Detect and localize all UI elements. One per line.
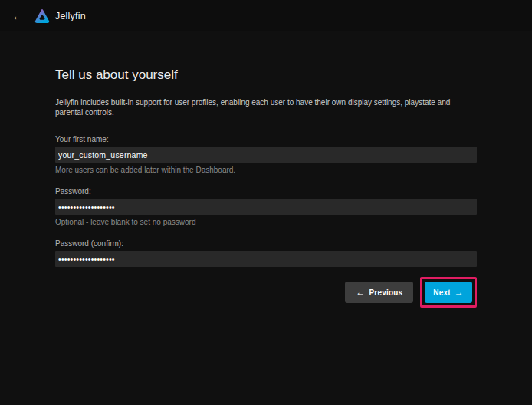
next-button-label: Next [433,288,450,297]
username-label: Your first name: [55,135,477,144]
arrow-left-icon: ← [356,287,365,298]
setup-form-page: Tell us about yourself Jellyfin includes… [0,68,532,308]
arrow-right-icon: → [455,287,464,298]
password-input[interactable] [55,199,477,215]
password-label: Password: [55,187,477,196]
previous-button[interactable]: ← Previous [345,282,413,303]
username-helper-text: More users can be added later within the… [55,166,477,175]
user-profile-form: Your first name: More users can be added… [55,135,477,308]
password-helper-text: Optional - leave blank to set no passwor… [55,218,477,227]
jellyfin-logo: Jellyfin [34,8,86,24]
next-button-highlight-box: Next → [420,277,477,308]
password-confirm-label: Password (confirm): [55,239,477,249]
page-description: Jellyfin includes built-in support for u… [55,97,477,117]
back-icon[interactable]: ← [8,6,28,26]
password-confirm-field-group: Password (confirm): [55,239,477,267]
password-field-group: Password: Optional - leave blank to set … [55,187,477,227]
previous-button-label: Previous [369,288,402,297]
jellyfin-setup-wizard: ← Jellyfin Tell us about yourself Jellyf… [0,0,532,405]
username-input[interactable] [55,147,477,163]
page-title: Tell us about yourself [55,68,477,83]
next-button[interactable]: Next → [425,282,472,303]
password-confirm-input[interactable] [55,251,477,267]
wizard-actions: ← Previous Next → [55,277,477,308]
username-field-group: Your first name: More users can be added… [55,135,477,175]
app-title: Jellyfin [55,11,86,21]
app-header: ← Jellyfin [0,0,532,31]
jellyfin-logo-icon [34,8,50,24]
